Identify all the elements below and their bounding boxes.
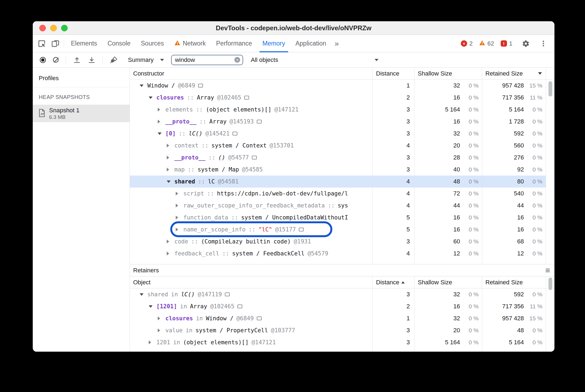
collapse-arrow-icon[interactable] [149,305,156,308]
expand-arrow-icon[interactable] [158,328,165,332]
reveal-object-icon[interactable] [257,316,262,320]
tab-console[interactable]: Console [102,35,136,52]
constructor-row[interactable]: __proto__::Array@1451933160 %1 7280 % [130,116,554,128]
expand-arrow-icon[interactable] [158,120,165,123]
object-name: system / UncompiledDataWithoutI [241,214,348,221]
perspective-select[interactable]: Summary [128,56,164,64]
expand-arrow-icon[interactable] [167,252,174,255]
constructor-row[interactable]: context::system / Context@1537014200 %56… [130,140,554,152]
reveal-object-icon[interactable] [299,228,304,231]
delete-profile-broom-icon[interactable] [110,56,118,64]
device-toolbar-icon[interactable] [49,35,62,52]
reveal-object-icon[interactable] [198,84,203,88]
tab-elements[interactable]: Elements [66,35,102,52]
expand-arrow-icon[interactable] [149,340,156,344]
size-bytes: 592 [514,291,524,298]
reveal-object-icon[interactable] [232,132,237,135]
collapse-arrow-icon[interactable] [149,97,156,99]
tab-performance[interactable]: Performance [211,35,257,52]
close-window-button[interactable] [39,25,46,31]
expand-arrow-icon[interactable] [158,316,165,320]
retainer-row[interactable]: 1201in(object elements)[]@14712135 1640 … [130,336,554,348]
collapse-arrow-icon[interactable] [158,132,165,135]
constructor-row[interactable]: feedback_cell::system / FeedbackCell@545… [130,248,554,260]
constructor-row[interactable]: __proto__::()@545773280 %2760 % [130,152,554,164]
reveal-object-icon[interactable] [257,120,262,123]
column-header-shallow-size[interactable]: Shallow Size [414,276,482,288]
object-name: Window / [147,82,175,89]
scrollbar-thumb[interactable] [548,278,552,290]
constructor-row[interactable]: code::(CompileLazy builtin code)@1931360… [130,236,554,248]
separator: :: [198,178,205,185]
constructor-row[interactable]: name_or_scope_info::"lC"@151775160 %160 … [130,224,554,236]
collapse-arrow-icon[interactable] [140,85,147,87]
tab-memory[interactable]: Memory [257,35,290,52]
constructor-row[interactable]: shared::lC@545814480 %800 % [130,176,554,188]
retainer-row[interactable]: valueinsystem / PropertyCell@1037773200 … [130,324,554,336]
property-name: closures [156,94,184,101]
size-percent: 0 % [460,327,479,334]
expand-arrow-icon[interactable] [158,108,165,111]
scrollbar-thumb[interactable] [548,81,552,97]
constructor-row[interactable]: Window /@68491320 %957 42815 % [130,80,554,92]
error-badge[interactable]: × 2 [461,40,473,47]
tab-network[interactable]: Network [169,35,211,52]
expand-arrow-icon[interactable] [176,204,183,207]
class-filter-input[interactable] [175,56,234,64]
separator: :: [249,226,255,233]
expand-arrow-icon[interactable] [167,168,174,171]
column-header-retained-size[interactable]: Retained Size [482,276,546,288]
inspect-icon[interactable] [35,35,49,52]
expand-arrow-icon[interactable] [176,192,183,195]
collapse-arrow-icon[interactable] [140,293,147,296]
function-name: lC() [181,291,195,298]
size-percent: 0 % [524,339,542,346]
reveal-object-icon[interactable] [244,96,249,99]
minimize-window-button[interactable] [50,25,57,31]
tab-sources[interactable]: Sources [136,35,169,52]
retainer-row[interactable]: closuresinWindow /@68491320 %957 42815 % [130,312,554,324]
retainer-row[interactable]: [1201]inArray@1024652160 %717 35611 % [130,300,554,312]
column-header-constructor[interactable]: Constructor [130,68,373,79]
column-header-distance[interactable]: Distance [373,276,414,288]
clear-all-profiles-button[interactable] [53,57,59,63]
column-header-distance[interactable]: Distance [373,68,414,79]
column-header-retained-size[interactable]: Retained Size [482,68,546,79]
expand-arrow-icon[interactable] [167,144,174,147]
save-profile-button[interactable] [88,56,95,64]
expand-arrow-icon[interactable] [167,240,174,243]
expand-arrow-icon[interactable] [176,228,183,231]
reveal-object-icon[interactable] [225,293,230,296]
constructor-row[interactable]: closures::Array@1024652160 %717 35611 % [130,92,554,104]
constructor-row[interactable]: function_data::system / UncompiledDataWi… [130,212,554,224]
warning-badge[interactable]: 62 [479,40,494,47]
issues-badge[interactable]: ! 1 [501,40,512,47]
constructor-row[interactable]: elements::(object elements)[]@14712135 1… [130,104,554,116]
constructor-row[interactable]: map::system / Map@545853400 %920 % [130,164,554,176]
more-options-icon[interactable] [539,43,547,44]
zoom-window-button[interactable] [61,25,68,31]
expand-arrow-icon[interactable] [176,216,183,219]
constructor-row[interactable]: [0]::lC()@1454213320 %5920 % [130,128,554,140]
reveal-object-icon[interactable] [252,156,257,159]
constructor-row[interactable]: script::https://cdpn.io/web-dot-dev/full… [130,188,554,200]
clear-search-icon[interactable]: × [234,57,240,63]
more-tabs-icon[interactable]: » [331,35,342,52]
record-heap-snapshot-button[interactable] [40,57,46,63]
object-filter-select[interactable]: All objects [251,56,381,64]
settings-gear-icon[interactable] [519,40,533,47]
column-header-object[interactable]: Object [130,276,373,288]
shallow-size-cell: 160 % [414,300,482,312]
reveal-object-icon[interactable] [237,304,242,308]
tab-application[interactable]: Application [290,35,332,52]
sidebar-item-snapshot-1[interactable]: Snapshot 1 6.3 MB [33,105,130,122]
column-header-shallow-size[interactable]: Shallow Size [414,68,482,79]
load-profile-button[interactable] [73,56,81,64]
retainer-row[interactable]: sharedinlC()@1471193320 %5920 % [130,288,554,300]
expand-arrow-icon[interactable] [167,156,174,159]
collapse-arrow-icon[interactable] [167,180,174,183]
constructor-row[interactable]: raw_outer_scope_info_or_feedback_metadat… [130,200,554,212]
retainers-menu-icon[interactable]: ≡ [545,266,550,275]
size-percent: 0 % [460,106,479,113]
retained-size-cell: 957 42815 % [482,80,546,92]
